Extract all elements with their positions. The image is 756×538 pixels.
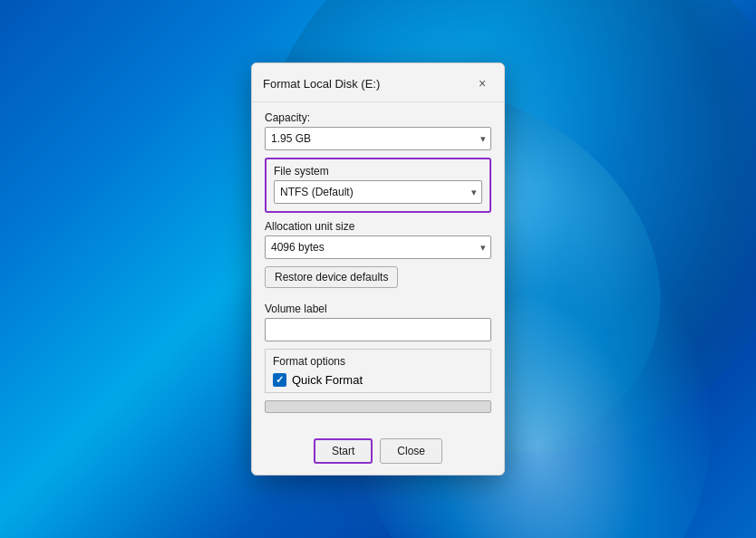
dialog-content: Capacity: 1.95 GB File system NTFS (Defa… — [252, 102, 504, 433]
capacity-group: Capacity: 1.95 GB — [265, 111, 491, 150]
format-dialog: Format Local Disk (E:) × Capacity: 1.95 … — [251, 62, 505, 476]
allocation-select[interactable]: 4096 bytes — [265, 235, 491, 259]
progress-bar — [265, 400, 491, 413]
capacity-select-wrapper: 1.95 GB — [265, 127, 491, 150]
dialog-overlay: Format Local Disk (E:) × Capacity: 1.95 … — [0, 0, 756, 538]
restore-defaults-button[interactable]: Restore device defaults — [265, 266, 398, 288]
volume-label-group: Volume label — [265, 303, 491, 341]
restore-group: Restore device defaults — [265, 266, 491, 295]
dialog-title: Format Local Disk (E:) — [263, 77, 380, 91]
title-bar: Format Local Disk (E:) × — [252, 63, 504, 102]
capacity-label: Capacity: — [265, 111, 491, 124]
file-system-label: File system — [274, 165, 482, 178]
file-system-select-wrapper: NTFS (Default) FAT32 exFAT — [274, 180, 482, 204]
file-system-section: File system NTFS (Default) FAT32 exFAT — [265, 158, 491, 213]
quick-format-row: Quick Format — [273, 373, 483, 387]
dialog-buttons: Start Close — [252, 433, 504, 475]
format-options-label: Format options — [273, 355, 483, 368]
allocation-label: Allocation unit size — [265, 220, 491, 233]
volume-label-label: Volume label — [265, 303, 491, 315]
close-button[interactable]: Close — [380, 438, 442, 464]
dialog-close-button[interactable]: × — [471, 72, 493, 94]
volume-label-input[interactable] — [265, 318, 491, 341]
quick-format-label: Quick Format — [292, 373, 363, 387]
format-options-group: Format options Quick Format — [265, 349, 491, 393]
file-system-select[interactable]: NTFS (Default) FAT32 exFAT — [274, 180, 482, 204]
capacity-select[interactable]: 1.95 GB — [265, 127, 491, 150]
quick-format-checkbox[interactable] — [273, 373, 286, 387]
start-button[interactable]: Start — [314, 438, 373, 464]
allocation-group: Allocation unit size 4096 bytes — [265, 220, 491, 259]
allocation-select-wrapper: 4096 bytes — [265, 235, 491, 259]
